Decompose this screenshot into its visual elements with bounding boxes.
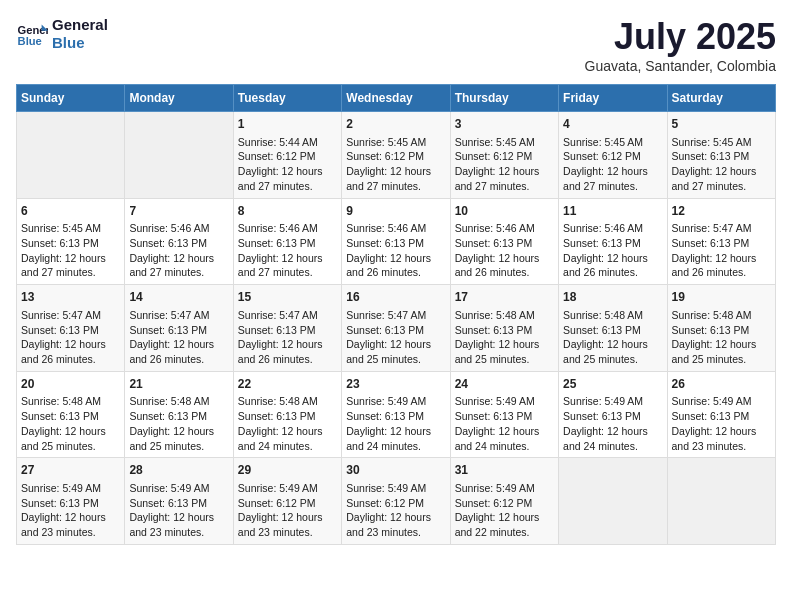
day-number: 5 <box>672 116 771 133</box>
day-number: 23 <box>346 376 445 393</box>
sunrise-text: Sunrise: 5:48 AM <box>672 308 771 323</box>
day-cell: 17Sunrise: 5:48 AMSunset: 6:13 PMDayligh… <box>450 285 558 372</box>
daylight-text: Daylight: 12 hours and 23 minutes. <box>129 510 228 539</box>
title-block: July 2025 Guavata, Santander, Colombia <box>585 16 776 74</box>
day-cell <box>559 458 667 545</box>
sunset-text: Sunset: 6:13 PM <box>129 409 228 424</box>
week-row-1: 1Sunrise: 5:44 AMSunset: 6:12 PMDaylight… <box>17 112 776 199</box>
day-cell: 6Sunrise: 5:45 AMSunset: 6:13 PMDaylight… <box>17 198 125 285</box>
daylight-text: Daylight: 12 hours and 26 minutes. <box>129 337 228 366</box>
daylight-text: Daylight: 12 hours and 26 minutes. <box>563 251 662 280</box>
sunrise-text: Sunrise: 5:49 AM <box>346 481 445 496</box>
sunrise-text: Sunrise: 5:47 AM <box>238 308 337 323</box>
svg-text:Blue: Blue <box>18 35 42 47</box>
logo-line2: Blue <box>52 34 108 52</box>
logo-icon: General Blue <box>16 18 48 50</box>
day-cell: 2Sunrise: 5:45 AMSunset: 6:12 PMDaylight… <box>342 112 450 199</box>
day-cell: 16Sunrise: 5:47 AMSunset: 6:13 PMDayligh… <box>342 285 450 372</box>
day-number: 14 <box>129 289 228 306</box>
day-cell: 23Sunrise: 5:49 AMSunset: 6:13 PMDayligh… <box>342 371 450 458</box>
week-row-5: 27Sunrise: 5:49 AMSunset: 6:13 PMDayligh… <box>17 458 776 545</box>
day-number: 20 <box>21 376 120 393</box>
day-cell: 20Sunrise: 5:48 AMSunset: 6:13 PMDayligh… <box>17 371 125 458</box>
sunrise-text: Sunrise: 5:45 AM <box>672 135 771 150</box>
page-header: General Blue General Blue July 2025 Guav… <box>16 16 776 74</box>
sunset-text: Sunset: 6:13 PM <box>346 323 445 338</box>
sunrise-text: Sunrise: 5:48 AM <box>21 394 120 409</box>
daylight-text: Daylight: 12 hours and 26 minutes. <box>346 251 445 280</box>
day-number: 1 <box>238 116 337 133</box>
sunrise-text: Sunrise: 5:45 AM <box>21 221 120 236</box>
sunrise-text: Sunrise: 5:49 AM <box>21 481 120 496</box>
daylight-text: Daylight: 12 hours and 27 minutes. <box>21 251 120 280</box>
calendar-table: SundayMondayTuesdayWednesdayThursdayFrid… <box>16 84 776 545</box>
day-cell: 1Sunrise: 5:44 AMSunset: 6:12 PMDaylight… <box>233 112 341 199</box>
sunset-text: Sunset: 6:13 PM <box>346 409 445 424</box>
sunrise-text: Sunrise: 5:48 AM <box>455 308 554 323</box>
sunrise-text: Sunrise: 5:49 AM <box>672 394 771 409</box>
daylight-text: Daylight: 12 hours and 26 minutes. <box>21 337 120 366</box>
sunrise-text: Sunrise: 5:46 AM <box>238 221 337 236</box>
sunset-text: Sunset: 6:13 PM <box>129 496 228 511</box>
day-number: 24 <box>455 376 554 393</box>
sunrise-text: Sunrise: 5:45 AM <box>346 135 445 150</box>
day-cell: 3Sunrise: 5:45 AMSunset: 6:12 PMDaylight… <box>450 112 558 199</box>
daylight-text: Daylight: 12 hours and 24 minutes. <box>346 424 445 453</box>
day-cell: 12Sunrise: 5:47 AMSunset: 6:13 PMDayligh… <box>667 198 775 285</box>
sunrise-text: Sunrise: 5:46 AM <box>129 221 228 236</box>
day-cell: 25Sunrise: 5:49 AMSunset: 6:13 PMDayligh… <box>559 371 667 458</box>
daylight-text: Daylight: 12 hours and 25 minutes. <box>455 337 554 366</box>
day-cell: 24Sunrise: 5:49 AMSunset: 6:13 PMDayligh… <box>450 371 558 458</box>
sunrise-text: Sunrise: 5:49 AM <box>238 481 337 496</box>
day-number: 17 <box>455 289 554 306</box>
day-number: 25 <box>563 376 662 393</box>
day-number: 30 <box>346 462 445 479</box>
week-row-4: 20Sunrise: 5:48 AMSunset: 6:13 PMDayligh… <box>17 371 776 458</box>
daylight-text: Daylight: 12 hours and 23 minutes. <box>238 510 337 539</box>
day-cell: 13Sunrise: 5:47 AMSunset: 6:13 PMDayligh… <box>17 285 125 372</box>
day-number: 26 <box>672 376 771 393</box>
day-cell: 15Sunrise: 5:47 AMSunset: 6:13 PMDayligh… <box>233 285 341 372</box>
sunset-text: Sunset: 6:13 PM <box>346 236 445 251</box>
daylight-text: Daylight: 12 hours and 25 minutes. <box>346 337 445 366</box>
col-header-wednesday: Wednesday <box>342 85 450 112</box>
sunrise-text: Sunrise: 5:48 AM <box>238 394 337 409</box>
day-number: 28 <box>129 462 228 479</box>
sunset-text: Sunset: 6:13 PM <box>21 236 120 251</box>
sunrise-text: Sunrise: 5:47 AM <box>672 221 771 236</box>
daylight-text: Daylight: 12 hours and 25 minutes. <box>129 424 228 453</box>
day-number: 29 <box>238 462 337 479</box>
sunset-text: Sunset: 6:13 PM <box>238 409 337 424</box>
sunset-text: Sunset: 6:13 PM <box>563 409 662 424</box>
day-cell: 5Sunrise: 5:45 AMSunset: 6:13 PMDaylight… <box>667 112 775 199</box>
sunset-text: Sunset: 6:13 PM <box>238 323 337 338</box>
sunrise-text: Sunrise: 5:49 AM <box>455 481 554 496</box>
daylight-text: Daylight: 12 hours and 24 minutes. <box>238 424 337 453</box>
daylight-text: Daylight: 12 hours and 23 minutes. <box>672 424 771 453</box>
sunrise-text: Sunrise: 5:46 AM <box>346 221 445 236</box>
daylight-text: Daylight: 12 hours and 27 minutes. <box>238 164 337 193</box>
sunrise-text: Sunrise: 5:48 AM <box>563 308 662 323</box>
day-number: 27 <box>21 462 120 479</box>
day-cell <box>17 112 125 199</box>
day-cell: 22Sunrise: 5:48 AMSunset: 6:13 PMDayligh… <box>233 371 341 458</box>
col-header-friday: Friday <box>559 85 667 112</box>
daylight-text: Daylight: 12 hours and 26 minutes. <box>238 337 337 366</box>
sunset-text: Sunset: 6:13 PM <box>672 236 771 251</box>
day-number: 9 <box>346 203 445 220</box>
day-number: 15 <box>238 289 337 306</box>
main-title: July 2025 <box>585 16 776 58</box>
sunset-text: Sunset: 6:13 PM <box>672 409 771 424</box>
sunset-text: Sunset: 6:13 PM <box>455 323 554 338</box>
sunset-text: Sunset: 6:12 PM <box>455 149 554 164</box>
daylight-text: Daylight: 12 hours and 25 minutes. <box>672 337 771 366</box>
sunset-text: Sunset: 6:12 PM <box>563 149 662 164</box>
day-cell: 4Sunrise: 5:45 AMSunset: 6:12 PMDaylight… <box>559 112 667 199</box>
daylight-text: Daylight: 12 hours and 22 minutes. <box>455 510 554 539</box>
sunrise-text: Sunrise: 5:46 AM <box>563 221 662 236</box>
daylight-text: Daylight: 12 hours and 26 minutes. <box>672 251 771 280</box>
sunset-text: Sunset: 6:13 PM <box>21 496 120 511</box>
day-cell: 11Sunrise: 5:46 AMSunset: 6:13 PMDayligh… <box>559 198 667 285</box>
day-cell: 29Sunrise: 5:49 AMSunset: 6:12 PMDayligh… <box>233 458 341 545</box>
sunrise-text: Sunrise: 5:44 AM <box>238 135 337 150</box>
